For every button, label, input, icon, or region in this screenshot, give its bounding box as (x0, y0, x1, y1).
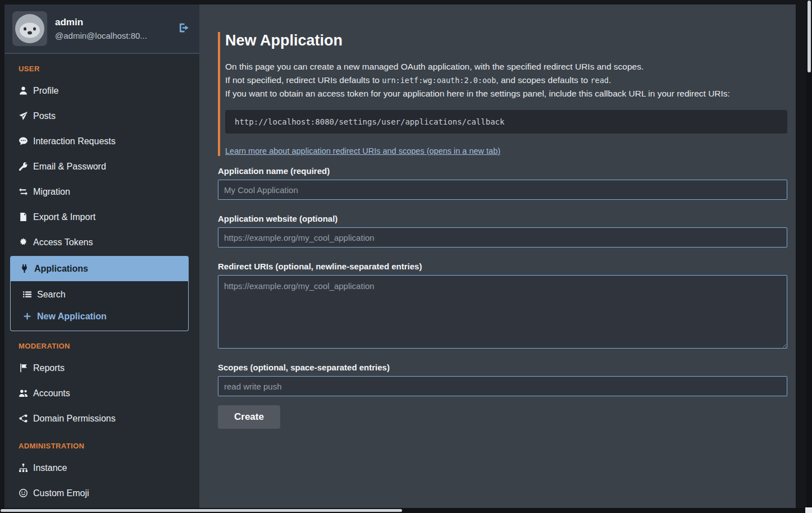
applications-submenu: Search New Application (10, 281, 189, 331)
avatar (12, 11, 47, 46)
sidebar-item-label: Export & Import (33, 212, 95, 222)
application-name-input[interactable] (218, 180, 787, 200)
comment-icon (19, 136, 28, 146)
intro-line-2-text: . (609, 75, 611, 85)
sidebar-item-label: Domain Permissions (33, 413, 116, 424)
share-nodes-icon (19, 414, 28, 423)
intro-line-2: If not specified, redirect URIs defaults… (225, 74, 787, 87)
section-heading-administration: ADMINISTRATION (4, 431, 199, 455)
read-scope-code: read (590, 76, 609, 85)
section-heading-user: USER (4, 54, 199, 78)
flag-icon (19, 363, 28, 373)
sidebar-item-reports[interactable]: Reports (4, 355, 199, 381)
smiley-icon (19, 488, 28, 498)
sidebar-item-label: Applications (34, 263, 88, 274)
sidebar: admin @admin@localhost:80... USER Profil… (4, 4, 199, 513)
sidebar-item-domain-permissions[interactable]: Domain Permissions (4, 406, 199, 431)
sidebar-item-label: Accounts (33, 388, 70, 399)
sidebar-item-migration[interactable]: Migration (4, 179, 199, 204)
sitemap-icon (19, 463, 28, 473)
sidebar-item-label: Instance (33, 462, 67, 473)
scopes-input[interactable] (218, 376, 787, 396)
sidebar-item-instance[interactable]: Instance (4, 455, 199, 480)
redirect-uris-field: Redirect URIs (optional, newline-separat… (218, 262, 787, 349)
settings-page: admin @admin@localhost:80... USER Profil… (0, 0, 812, 509)
redirect-uris-textarea[interactable] (218, 275, 787, 349)
learn-more-link[interactable]: Learn more about application redirect UR… (225, 146, 500, 155)
file-icon (19, 212, 28, 222)
submenu-item-new-application[interactable]: New Application (11, 305, 188, 327)
exchange-arrows-icon (19, 187, 28, 196)
user-card: admin @admin@localhost:80... (4, 4, 199, 54)
intro-line-2-text: , and scopes defaults to (496, 75, 590, 85)
callback-url-code-block: http://localhost:8080/settings/user/appl… (225, 110, 787, 134)
sidebar-nav: USER Profile Posts Interaction Requests … (4, 54, 199, 513)
intro-line-1: On this page you can create a new manage… (225, 60, 787, 74)
horizontal-scrollbar[interactable] (0, 508, 812, 513)
page-title: New Application (225, 32, 787, 49)
user-name: admin (55, 17, 166, 28)
section-heading-moderation: MODERATION (4, 331, 199, 355)
sidebar-item-label: Interaction Requests (33, 136, 116, 146)
application-website-label: Application website (optional) (218, 214, 787, 223)
sidebar-item-label: Profile (33, 85, 58, 96)
sidebar-item-label: Access Tokens (33, 237, 93, 248)
list-icon (22, 290, 32, 299)
page-intro-block: New Application On this page you can cre… (218, 32, 787, 156)
submenu-item-label: Search (37, 289, 66, 300)
application-name-label: Application name (required) (218, 166, 787, 176)
sidebar-item-label: Posts (33, 111, 56, 121)
intro-line-3: If you want to obtain an access token fo… (225, 87, 787, 100)
horizontal-scrollbar-thumb[interactable] (1, 509, 402, 512)
sidebar-item-posts[interactable]: Posts (4, 103, 199, 129)
user-handle: @admin@localhost:80... (55, 31, 166, 40)
plus-icon (22, 312, 32, 321)
scrollbar-corner (805, 507, 812, 513)
sidebar-item-label: Migration (33, 186, 70, 197)
sidebar-item-export-import[interactable]: Export & Import (4, 204, 199, 230)
user-icon (19, 86, 28, 95)
intro-line-2-text: If not specified, redirect URIs defaults… (225, 75, 382, 85)
application-name-field: Application name (required) (218, 166, 787, 200)
vertical-scrollbar[interactable] (806, 0, 812, 513)
oob-uri-code: urn:ietf:wg:oauth:2.0:oob (382, 76, 496, 85)
create-button[interactable]: Create (218, 405, 280, 429)
sidebar-item-label: Email & Password (33, 161, 106, 172)
vertical-scrollbar-thumb[interactable] (808, 1, 811, 72)
sidebar-item-access-tokens[interactable]: Access Tokens (4, 230, 199, 255)
sidebar-item-custom-emoji[interactable]: Custom Emoji (4, 480, 199, 506)
redirect-uris-label: Redirect URIs (optional, newline-separat… (218, 262, 787, 271)
sidebar-item-profile[interactable]: Profile (4, 78, 199, 103)
key-icon (19, 162, 28, 171)
sidebar-item-applications[interactable]: Applications (10, 256, 189, 281)
sidebar-item-label: Custom Emoji (33, 488, 89, 498)
submenu-item-search[interactable]: Search (11, 283, 188, 305)
new-application-form: Application name (required) Application … (218, 166, 787, 429)
sidebar-item-label: Reports (33, 363, 65, 373)
user-meta: admin @admin@localhost:80... (55, 17, 166, 40)
application-website-field: Application website (optional) (218, 214, 787, 248)
scopes-field: Scopes (optional, space-separated entrie… (218, 363, 787, 396)
main-panel: New Application On this page you can cre… (199, 4, 796, 508)
sidebar-item-accounts[interactable]: Accounts (4, 381, 199, 406)
plug-icon (20, 264, 29, 273)
application-website-input[interactable] (218, 227, 787, 248)
certificate-icon (19, 237, 28, 247)
paper-plane-icon (19, 111, 28, 121)
submenu-item-label: New Application (37, 311, 107, 322)
sidebar-item-email-password[interactable]: Email & Password (4, 154, 199, 179)
logout-icon[interactable] (175, 20, 191, 38)
sidebar-item-interaction-requests[interactable]: Interaction Requests (4, 129, 199, 154)
scopes-label: Scopes (optional, space-separated entrie… (218, 363, 787, 372)
users-icon (19, 388, 28, 398)
